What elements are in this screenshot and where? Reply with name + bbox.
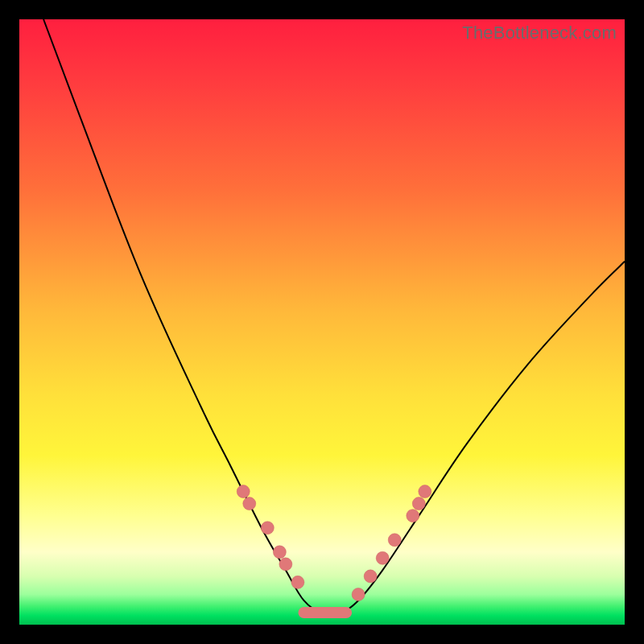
- highlight-point: [352, 588, 365, 601]
- highlight-point: [243, 497, 256, 510]
- plot-area: TheBottleneck.com: [19, 19, 625, 625]
- highlight-point: [273, 546, 286, 559]
- highlight-point: [407, 510, 419, 522]
- highlight-point: [388, 534, 401, 547]
- bottleneck-curve: [43, 19, 625, 614]
- highlight-point: [237, 485, 250, 498]
- highlight-point: [291, 576, 304, 588]
- highlight-point: [279, 558, 292, 571]
- highlight-point: [419, 485, 431, 498]
- right-branch-points: [352, 485, 431, 601]
- chart-frame: TheBottleneck.com: [0, 0, 644, 644]
- highlight-point: [364, 570, 377, 583]
- curve-layer: [19, 19, 625, 625]
- highlight-point: [261, 522, 274, 535]
- left-branch-points: [237, 485, 304, 589]
- highlight-point: [376, 551, 389, 564]
- highlight-point: [412, 497, 425, 510]
